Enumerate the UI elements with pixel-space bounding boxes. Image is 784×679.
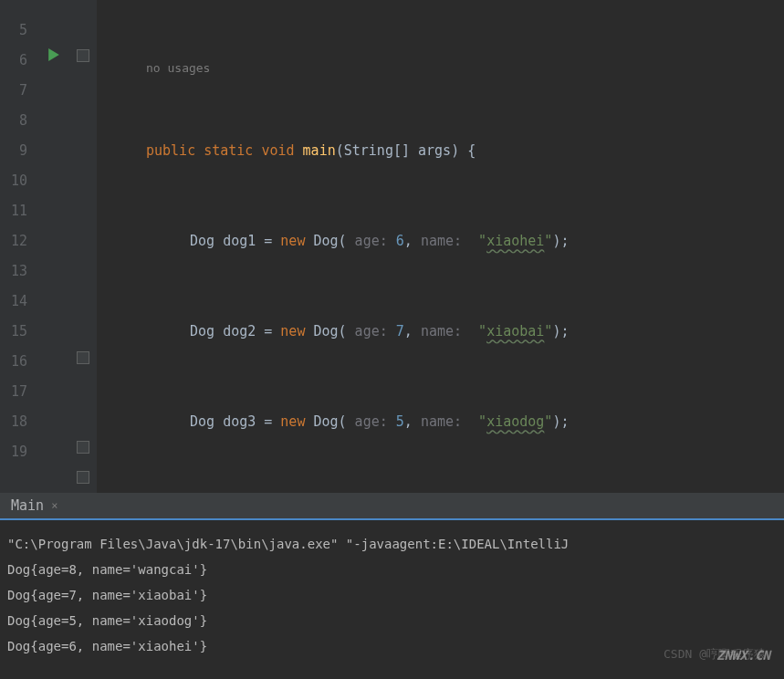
run-icon[interactable] <box>47 48 60 65</box>
console-line: "C:\Program Files\Java\jdk-17\bin\java.e… <box>7 531 777 557</box>
fold-icon[interactable] <box>77 351 89 364</box>
console-line: Dog{age=7, name='xiaobai'} <box>7 582 777 608</box>
code-editor[interactable]: 5 6 7 8 9 10 11 12 13 14 15 16 17 18 19 … <box>0 0 784 493</box>
run-gutter <box>35 0 71 493</box>
fold-icon[interactable] <box>77 471 89 484</box>
watermark-logo: ZNWX.CN <box>716 648 770 663</box>
code-content[interactable]: no usages public static void main(String… <box>97 0 784 493</box>
console-line: Dog{age=6, name='xiaohei'} <box>7 633 777 659</box>
console-line: Dog{age=5, name='xiaodog'} <box>7 608 777 633</box>
line-number-gutter: 5 6 7 8 9 10 11 12 13 14 15 16 17 18 19 <box>0 0 35 493</box>
close-icon[interactable]: × <box>51 499 57 512</box>
console-line: Dog{age=8, name='wangcai'} <box>7 557 777 582</box>
fold-icon[interactable] <box>77 441 89 454</box>
usage-hint: no usages <box>146 61 210 75</box>
tab-label: Main <box>11 497 44 514</box>
tab-main[interactable]: Main × <box>0 494 68 517</box>
console-tab-bar: Main × <box>0 493 784 520</box>
fold-gutter <box>71 0 97 493</box>
fold-icon[interactable] <box>77 49 89 62</box>
